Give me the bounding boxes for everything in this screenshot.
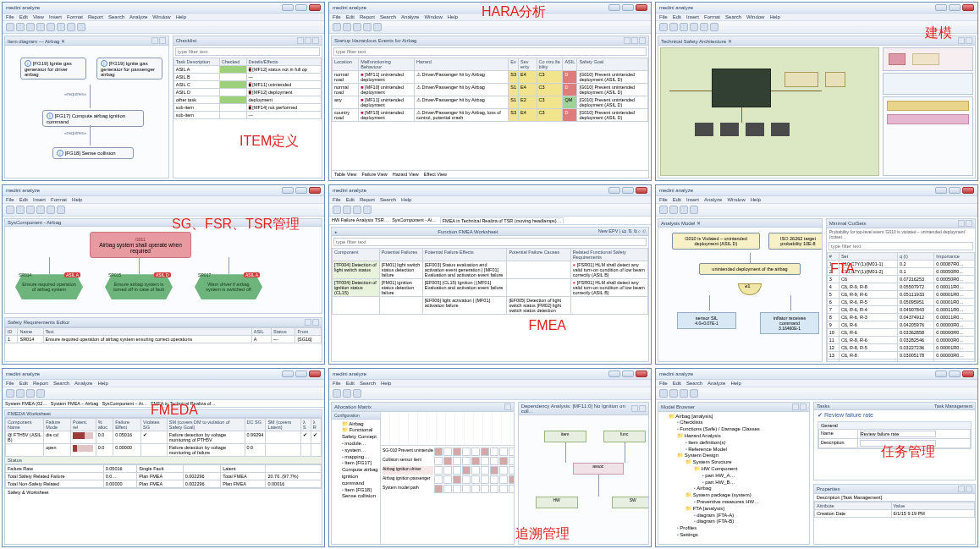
checklist-title: Checklist: [176, 38, 196, 43]
checklist-pane: Checklist Task DescriptionCheckedDetails…: [173, 36, 322, 178]
filter-input[interactable]: [175, 47, 320, 56]
menubar[interactable]: FileEditViewInsertFormatReportSearchAnal…: [3, 14, 324, 21]
block-fg19-passenger[interactable]: i [FG19] Ignite gas generator for passen…: [96, 58, 162, 80]
cutset-title: Minimal CutSets: [829, 221, 867, 226]
panel-item-definition: ITEM定义 medini analyze FileEditViewInsert…: [2, 2, 325, 181]
panel-sg-fsr-tsr: SG、FSR、TSR管理 medini analyze FileEditInse…: [2, 184, 325, 364]
fta-ev1[interactable]: sensor SIL4.0+0.07E-1: [677, 312, 736, 329]
req-editor-title: Safety Requirements Editor: [8, 320, 69, 325]
allocation-matrix[interactable]: SG-010 Prevent unintended… Collision sen…: [381, 446, 514, 495]
requires-label: «requires»: [64, 91, 86, 96]
fmea-tabs[interactable]: HW Failure Analysis TSR…SysComponent - A…: [329, 217, 651, 225]
props-table: AttributeValue Creation Date6/1/15 9:19 …: [814, 502, 975, 518]
toolbar-icon[interactable]: [47, 23, 55, 31]
circuit-canvas[interactable]: [660, 47, 879, 176]
component[interactable]: [825, 72, 845, 87]
dep-graph[interactable]: item func assoc HW SW: [519, 415, 648, 544]
toolbar-icon[interactable]: [67, 23, 75, 31]
side-block[interactable]: [883, 47, 973, 71]
panel-task-mgmt: 任务管理 medini analyze FileEditSearchAnalyz…: [655, 368, 978, 547]
req-editor-table[interactable]: IDNameTextASILStatusFrom 1SR014Ensure re…: [5, 327, 322, 343]
panel-fmea: FMEA medini analyze FileEditReportSearch…: [328, 184, 652, 364]
maximize-button[interactable]: [295, 4, 307, 11]
toolbar-icon[interactable]: [6, 23, 14, 31]
fmea-worksheet-title: Function FMEA Worksheet: [438, 229, 498, 234]
model-browser-title: Model Browser: [661, 404, 695, 409]
toolbar-icon[interactable]: [57, 23, 65, 31]
panel-modeling: 建模 medini analyze FileEditInsertFormatSe…: [655, 2, 978, 181]
minimize-button[interactable]: [282, 4, 294, 11]
toolbar-icon[interactable]: [36, 23, 45, 31]
sg-root[interactable]: G011Airbag system shall operate when req…: [90, 232, 191, 258]
cutset-table[interactable]: #Setq (t)Importance 1C10,C7Y(1)/[M01-1]0…: [827, 252, 975, 360]
app-title: medini analyze: [6, 5, 40, 10]
window-buttons[interactable]: [282, 4, 321, 11]
diagram-pane: Item diagram — Airbag ✕ i [FG19] Ignite …: [4, 36, 169, 178]
component[interactable]: [785, 72, 818, 87]
status-title: Status: [8, 458, 22, 463]
status-table: Failure Rate0.05016Single FaultLatent To…: [5, 464, 322, 488]
matrix-title: Allocation Matrix: [334, 404, 372, 409]
fmeda-footer[interactable]: Safety & Worksheet: [5, 488, 322, 496]
block-fg18[interactable]: i [FG18] Sense collision: [52, 147, 134, 159]
small-chip[interactable]: [695, 123, 713, 136]
fmeda-tabs[interactable]: System FMEA (02…System FMEA – AirbagSysC…: [3, 400, 324, 408]
fta-target: ISO 26262 target probability 10E-8: [768, 233, 823, 250]
toolbar-icon[interactable]: [26, 23, 35, 31]
fmeda-worksheet-title: FMEDA Worksheet: [8, 411, 51, 416]
config-tree[interactable]: Airbag Functional Safety Concept module……: [332, 420, 380, 502]
fmeda-table[interactable]: Component NameFailure ModePotent. rel% a…: [5, 418, 322, 457]
panel-fta: FTA medini analyze FileEditInsertAnalyze…: [655, 184, 978, 364]
block-fg19-driver[interactable]: i [FG19] Ignite gas generator for driver…: [20, 58, 86, 80]
arch-tab[interactable]: Technical Safety Architecture ✕: [661, 38, 732, 44]
hara-footer-tabs[interactable]: Table ViewFailure ViewHazard ViewEffect …: [332, 170, 648, 178]
checklist-table[interactable]: Task DescriptionCheckedDetails/Effects A…: [173, 58, 322, 119]
fmea-table[interactable]: ComponentPotential FailuresPotential Fai…: [332, 248, 648, 315]
titlebar: medini analyze: [3, 3, 324, 14]
panel-fmeda: FMEDA medini analyze FileEditReportSearc…: [2, 368, 325, 547]
sg-hex-3[interactable]: Warn driver if airbag system is switched…: [195, 274, 262, 299]
fta-top[interactable]: G010 is Violated – unintended deployment…: [672, 233, 760, 250]
task-name-input[interactable]: [860, 431, 936, 437]
hara-table[interactable]: LocationMalfunctioning BehaviourHazard E…: [332, 58, 648, 122]
small-chip[interactable]: [771, 123, 790, 136]
fta-ev2[interactable]: inflator receives command3.16460E-1: [760, 312, 819, 334]
close-button[interactable]: [309, 4, 321, 11]
sg-hex-2[interactable]: Ensure airbag system is turned off in ca…: [105, 274, 173, 299]
toolbar[interactable]: [3, 21, 324, 34]
model-tree[interactable]: Airbag [analysis] Checklists Functions (…: [658, 412, 809, 544]
task-fields[interactable]: Name Description: [818, 429, 971, 448]
chip-main[interactable]: [712, 69, 771, 107]
sg-hex-1[interactable]: Ensure required operation of airbag syst…: [15, 274, 83, 299]
toolbar-icon[interactable]: [77, 23, 85, 31]
filter-input[interactable]: [829, 242, 973, 250]
block-fg17[interactable]: i [FG17] Compute airbag ignition command: [42, 110, 144, 127]
tasks-title: Tasks: [817, 404, 829, 409]
hara-worksheet-title: Startup Hazardous Events for Airbag: [334, 38, 416, 43]
toolbar-icon[interactable]: [16, 23, 25, 31]
small-chip[interactable]: [720, 123, 739, 136]
small-chip[interactable]: [746, 123, 764, 136]
side-block[interactable]: [883, 96, 973, 176]
dep-title: Dependency Analysis: [MF11:0] No Ignitio…: [521, 404, 631, 414]
props-title: Properties: [817, 486, 840, 491]
sg-tab[interactable]: SysComponent - Airbag: [8, 220, 61, 225]
task-name: ✔ Review failure rate: [818, 412, 972, 419]
side-block[interactable]: [883, 73, 973, 95]
panel-traceability: 追溯管理 medini analyze FileEditSearchHelp A…: [328, 368, 652, 547]
diagram-tab[interactable]: Item diagram — Airbag ✕: [8, 38, 65, 44]
filter-input[interactable]: [333, 47, 647, 56]
filter-input[interactable]: [333, 238, 647, 246]
panel-hara: HARA分析 medini analyze FileEditReportSear…: [328, 2, 652, 181]
fta-mid[interactable]: unintended deployment of the airbag: [699, 263, 801, 275]
task-desc-input[interactable]: [860, 440, 936, 447]
